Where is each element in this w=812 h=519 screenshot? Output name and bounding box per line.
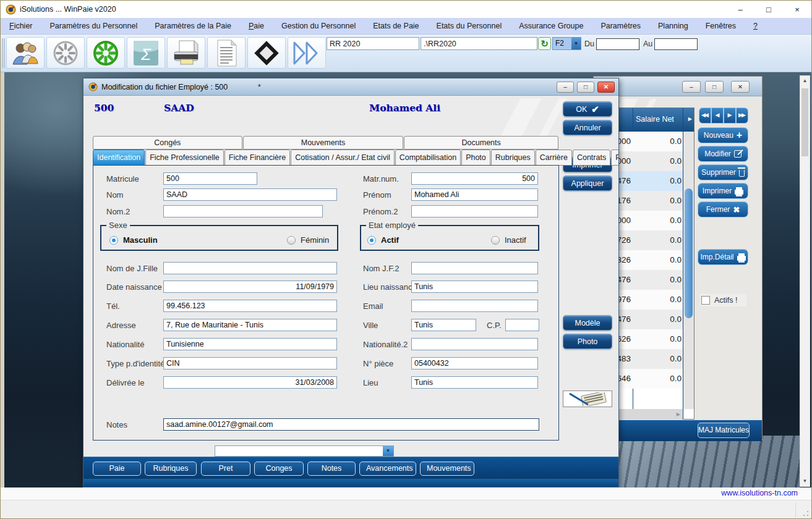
scroll-up-icon[interactable]: ▲: [800, 76, 810, 86]
print-button[interactable]: [167, 37, 205, 69]
modele-button[interactable]: Modèle: [563, 315, 612, 331]
resize-grip[interactable]: [803, 510, 809, 517]
radio-masculin[interactable]: Masculin: [109, 235, 158, 245]
au-input[interactable]: [654, 38, 698, 50]
minimize-button[interactable]: –: [557, 82, 574, 93]
radio-icon[interactable]: [109, 236, 118, 245]
refresh-icon[interactable]: ↻: [538, 37, 551, 50]
ok-button[interactable]: OK✔: [563, 101, 612, 117]
tab-contrats[interactable]: Contrats: [573, 150, 610, 166]
process-button[interactable]: [46, 37, 85, 69]
menu-paie[interactable]: Paie: [240, 18, 273, 34]
conges-button[interactable]: Conges: [254, 462, 304, 476]
radio-icon[interactable]: [367, 236, 376, 245]
tab-identification[interactable]: Identification: [93, 150, 145, 166]
avancements-button[interactable]: Avancements: [359, 462, 416, 476]
maj-matricules-button[interactable]: MAJ Matricules: [698, 423, 750, 438]
diamond-button[interactable]: [247, 37, 286, 69]
minimize-button[interactable]: –: [682, 81, 701, 93]
tel-input[interactable]: [163, 300, 337, 312]
cp-input[interactable]: [505, 319, 539, 331]
menu-assurance-groupe[interactable]: Assurance Groupe: [510, 18, 592, 34]
menu-etats-personnel[interactable]: Etats du Personnel: [428, 18, 511, 34]
calculate-button[interactable]: [87, 37, 125, 69]
fkey-select[interactable]: F2 ▼: [552, 37, 581, 50]
column-expand-icon[interactable]: ▶: [688, 116, 692, 122]
mouvements-button[interactable]: Mouvements: [420, 462, 474, 476]
prenom-input[interactable]: [411, 188, 538, 201]
tab-fiche-professionelle[interactable]: Fiche Professionelle: [145, 150, 224, 166]
radio-icon[interactable]: [491, 236, 500, 245]
minimize-button[interactable]: –: [726, 1, 754, 18]
tab-comptabilisation[interactable]: Comptabilisation: [395, 150, 461, 166]
email-input[interactable]: [411, 300, 538, 312]
maximize-button[interactable]: □: [705, 81, 724, 93]
annuler-button[interactable]: Annuler: [563, 120, 612, 135]
imprimer-button[interactable]: Imprimer: [698, 183, 748, 199]
menu-fenetres[interactable]: Fenêtres: [697, 18, 745, 34]
first-record-button[interactable]: ◀◀: [699, 108, 711, 124]
notes-button[interactable]: Notes: [307, 462, 356, 476]
chevron-down-icon[interactable]: ▼: [383, 446, 393, 456]
report-button[interactable]: [207, 37, 246, 69]
next-record-button[interactable]: ▶: [724, 108, 736, 124]
fermer-button[interactable]: Fermer✖: [698, 201, 748, 217]
pret-button[interactable]: Pret: [201, 462, 250, 476]
close-button[interactable]: ×: [783, 1, 811, 18]
lieu-naissance-input[interactable]: [411, 281, 538, 293]
tab-carriere[interactable]: Carrière: [536, 150, 572, 166]
employees-button[interactable]: [6, 37, 45, 69]
radio-actif[interactable]: Actif: [367, 235, 399, 245]
matricule-input[interactable]: [163, 172, 257, 185]
prenom2-input[interactable]: [411, 205, 538, 217]
table-vertical-scrollbar[interactable]: [683, 132, 694, 409]
dialog-titlebar[interactable]: Modification du fichier Employé : 500 * …: [83, 78, 618, 96]
scrollbar-thumb[interactable]: [685, 188, 693, 318]
tab-fiche-financiere[interactable]: Fiche Financière: [224, 150, 290, 166]
jfille-input[interactable]: [163, 262, 337, 274]
path-input[interactable]: [421, 37, 537, 50]
chevron-down-icon[interactable]: ▼: [571, 38, 581, 49]
menu-parametres-paie[interactable]: Paramètres de la Paie: [146, 18, 240, 34]
scroll-right-icon[interactable]: ▶: [677, 411, 680, 417]
close-button[interactable]: ✕: [731, 81, 750, 93]
radio-inactif[interactable]: Inactif: [491, 235, 526, 245]
appliquer-button[interactable]: Appliquer: [563, 175, 612, 191]
lieu-input[interactable]: [411, 376, 538, 389]
tab-photo[interactable]: Photo: [461, 150, 490, 166]
tab-documents[interactable]: Documents: [404, 136, 558, 150]
tab-mouvements[interactable]: Mouvements: [243, 136, 404, 150]
actifs-checkbox[interactable]: [701, 296, 710, 305]
nom2-input[interactable]: [163, 205, 323, 217]
nationalite2-input[interactable]: [411, 338, 538, 350]
matr-num-input[interactable]: [411, 172, 538, 185]
period-input[interactable]: [327, 37, 419, 50]
sum-button[interactable]: Σ: [127, 37, 165, 69]
nouveau-button[interactable]: Nouveau+: [698, 127, 748, 143]
ville-input[interactable]: [411, 319, 476, 331]
previous-record-button[interactable]: ◀: [711, 108, 724, 124]
nationalite-input[interactable]: [163, 338, 337, 350]
scrollbar-thumb[interactable]: [801, 88, 808, 156]
supprimer-button[interactable]: Supprimer: [698, 164, 748, 180]
maximize-button[interactable]: □: [754, 1, 783, 18]
piece-input[interactable]: [411, 357, 538, 369]
rubriques-button[interactable]: Rubriques: [145, 462, 197, 476]
tab-conges[interactable]: Congés: [93, 136, 242, 150]
workspace-scrollbar[interactable]: ▲ ▼: [800, 75, 810, 487]
quick-select-combobox[interactable]: ▼: [215, 445, 394, 457]
delivree-input[interactable]: [163, 376, 337, 389]
radio-icon[interactable]: [287, 236, 296, 245]
column-header-salaire-net[interactable]: Salaire Net: [636, 115, 674, 124]
nom-input[interactable]: [163, 188, 337, 201]
modifier-button[interactable]: Modifier: [698, 146, 748, 162]
adresse-input[interactable]: [163, 319, 337, 331]
menu-aide[interactable]: ?: [745, 18, 766, 34]
type-piece-input[interactable]: [163, 357, 337, 369]
last-record-button[interactable]: ▶▶: [736, 108, 748, 124]
tab-cotisation[interactable]: Cotisation / Assur./ Etat civil: [291, 150, 395, 166]
date-naissance-input[interactable]: [163, 281, 337, 293]
menu-planning[interactable]: Planning: [649, 18, 697, 34]
menu-etats-paie[interactable]: Etats de Paie: [364, 18, 427, 34]
scroll-down-icon[interactable]: ▼: [800, 476, 810, 486]
